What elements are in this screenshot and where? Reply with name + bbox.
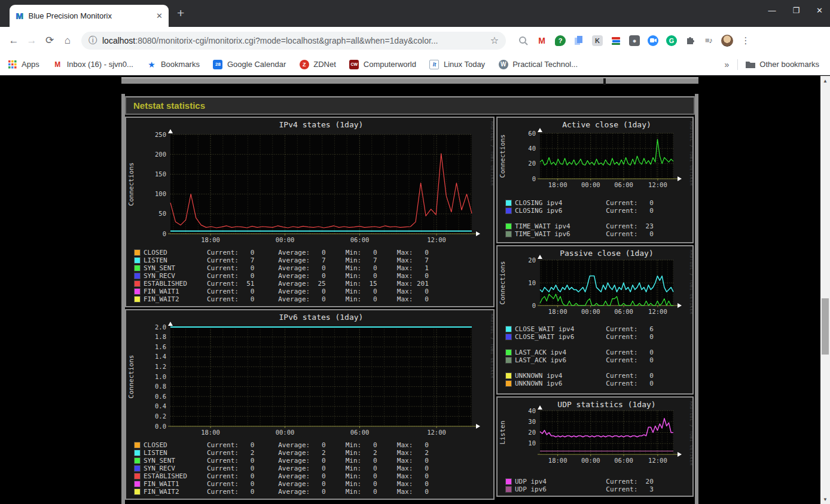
bookmark-item[interactable]: MInbox (16) - sjvn0...: [53, 59, 133, 69]
svg-text:RRDTOOL / TOBI OETIKER: RRDTOOL / TOBI OETIKER: [490, 121, 493, 186]
svg-text:UDP statistics (1day): UDP statistics (1day): [557, 400, 655, 409]
scrollbar-thumb[interactable]: [822, 298, 829, 355]
scrollbar-up-arrow[interactable]: ▲: [820, 76, 830, 85]
browser-menu-icon[interactable]: ⋮: [739, 34, 752, 47]
window-close-button[interactable]: ✕: [816, 6, 823, 15]
svg-text:12:00: 12:00: [648, 457, 667, 464]
svg-text:00:00: 00:00: [276, 236, 295, 243]
udp-panel: 1020304018:0000:0006:0012:00UDP statisti…: [496, 396, 694, 497]
back-button[interactable]: ←: [5, 35, 23, 47]
home-button[interactable]: ⌂: [59, 35, 77, 47]
linux-today-icon: lt: [429, 59, 440, 69]
legend-row: CLOSE_WAIT ipv4 Current: 6: [506, 325, 654, 333]
svg-text:1.0: 1.0: [155, 373, 166, 380]
passive-close-legend: CLOSE_WAIT ipv4 Current: 6CLOSE_WAIT ipv…: [506, 325, 654, 387]
bookmark-item[interactable]: ZZDNet: [299, 59, 336, 69]
legend-swatch: [506, 381, 511, 386]
page-scrollbar[interactable]: ▲ ▼: [820, 76, 830, 504]
help-chat-icon[interactable]: ?: [554, 34, 567, 47]
grammarly-icon[interactable]: G: [665, 34, 678, 47]
copy-docs-icon[interactable]: [572, 34, 585, 47]
monitorix-favicon: M: [16, 11, 23, 21]
other-bookmarks-button[interactable]: Other bookmarks: [745, 59, 819, 69]
svg-text:1.4: 1.4: [155, 353, 166, 360]
extensions-puzzle-icon[interactable]: [683, 34, 697, 47]
svg-text:Connections: Connections: [127, 163, 135, 206]
tab-strip: M Blue Precision Monitorix ✕ + — ❐ ✕: [0, 0, 830, 27]
books-icon[interactable]: [609, 34, 622, 47]
bookmark-item[interactable]: 28Google Calendar: [213, 59, 286, 69]
netstat-section: Netstat statistics 05010015020025018:000…: [121, 94, 698, 504]
bookmark-item[interactable]: WPractical Technol...: [498, 59, 578, 69]
legend-row: TIME_WAIT ipv6 Current: 0: [506, 230, 654, 238]
wordpress-icon: W: [498, 59, 508, 69]
passive-close-panel: 0102018:0000:0006:0012:00Passive close (…: [496, 245, 694, 395]
legend-row: SYN_RECV Current: 0 Average: 0 Min: 0 Ma…: [135, 272, 429, 280]
new-tab-button[interactable]: +: [177, 6, 184, 20]
svg-text:Connections: Connections: [499, 261, 506, 305]
svg-text:Connections: Connections: [127, 355, 135, 399]
k-tile-icon[interactable]: K: [591, 34, 604, 47]
svg-text:10: 10: [528, 279, 536, 286]
svg-text:10: 10: [528, 439, 536, 447]
svg-text:06:00: 06:00: [614, 181, 633, 188]
legend-swatch: [506, 350, 511, 355]
browser-tab[interactable]: M Blue Precision Monitorix ✕: [10, 5, 169, 27]
svg-text:0.4: 0.4: [155, 402, 166, 410]
bookmark-item[interactable]: Apps: [7, 59, 39, 69]
bookmark-item[interactable]: ltLinux Today: [429, 59, 485, 69]
svg-text:RRDTOOL / TOBI OETIKER: RRDTOOL / TOBI OETIKER: [689, 250, 692, 314]
window-minimize-button[interactable]: —: [768, 6, 776, 15]
legend-row: CLOSED Current: 0 Average: 0 Min: 0 Max:…: [135, 249, 429, 256]
zoom-video-icon[interactable]: [646, 34, 660, 47]
svg-text:18:00: 18:00: [201, 236, 220, 243]
svg-text:0.8: 0.8: [155, 383, 166, 390]
svg-text:0: 0: [163, 230, 166, 237]
profile-avatar[interactable]: [721, 34, 734, 47]
svg-text:150: 150: [155, 170, 166, 178]
gmail-icon[interactable]: M: [535, 34, 548, 47]
url-bar[interactable]: ⓘ localhost:8080/monitorix-cgi/monitorix…: [81, 32, 506, 50]
zdnet-icon: Z: [299, 59, 309, 69]
scrollbar-down-arrow[interactable]: ▼: [820, 494, 830, 504]
legend-row: ESTABLISHED Current: 0 Average: 0 Min: 0…: [135, 472, 429, 480]
legend-row: LISTEN Current: 7 Average: 7 Min: 7 Max:…: [135, 256, 429, 264]
contact-dark-icon[interactable]: ●: [628, 34, 641, 47]
page-info-icon[interactable]: ⓘ: [89, 35, 97, 46]
bookmark-item[interactable]: ★Bookmarks: [147, 59, 200, 69]
legend-row: UNKNOWN ipv6 Current: 0: [506, 380, 654, 387]
bookmark-item[interactable]: CWComputerworld: [349, 59, 416, 69]
legend-row: CLOSING ipv6 Current: 0: [506, 207, 654, 215]
svg-text:18:00: 18:00: [201, 429, 220, 436]
svg-text:0.6: 0.6: [155, 393, 166, 400]
url-text: localhost:8080/monitorix-cgi/monitorix.c…: [102, 36, 486, 45]
ipv4-legend: CLOSED Current: 0 Average: 0 Min: 0 Max:…: [135, 249, 429, 303]
bookmarks-overflow-button[interactable]: »: [725, 60, 730, 69]
legend-swatch: [135, 297, 140, 302]
search-icon[interactable]: [517, 34, 530, 47]
svg-text:06:00: 06:00: [614, 457, 633, 464]
playlist-icon[interactable]: ≡♪: [702, 34, 715, 47]
legend-swatch: [135, 442, 140, 448]
svg-text:06:00: 06:00: [350, 236, 370, 243]
legend-row: CLOSE_WAIT ipv6 Current: 0: [506, 333, 654, 341]
legend-swatch: [135, 265, 140, 271]
tab-close-icon[interactable]: ✕: [156, 11, 163, 20]
svg-text:0: 0: [532, 302, 536, 309]
legend-row: SYN_RECV Current: 0 Average: 0 Min: 0 Ma…: [135, 465, 429, 472]
legend-swatch: [135, 250, 140, 255]
svg-text:00:00: 00:00: [581, 457, 600, 464]
svg-text:0.2: 0.2: [155, 413, 166, 420]
udp-legend: UDP ipv4 Current: 20UDP ipv6 Current: 3: [506, 478, 654, 493]
reload-button[interactable]: ⟳: [41, 34, 59, 47]
window-maximize-button[interactable]: ❐: [792, 6, 800, 15]
browser-toolbar: ← → ⟳ ⌂ ⓘ localhost:8080/monitorix-cgi/m…: [0, 27, 830, 54]
legend-swatch: [135, 258, 140, 263]
svg-text:250: 250: [155, 131, 166, 138]
svg-text:2.0: 2.0: [155, 323, 166, 331]
bookmark-star-icon[interactable]: ☆: [490, 35, 499, 46]
legend-row: FIN_WAIT2 Current: 0 Average: 0 Min: 0 M…: [135, 488, 429, 496]
legend-swatch: [506, 358, 511, 363]
legend-row: UDP ipv6 Current: 3: [506, 485, 654, 493]
legend-swatch: [135, 273, 140, 279]
